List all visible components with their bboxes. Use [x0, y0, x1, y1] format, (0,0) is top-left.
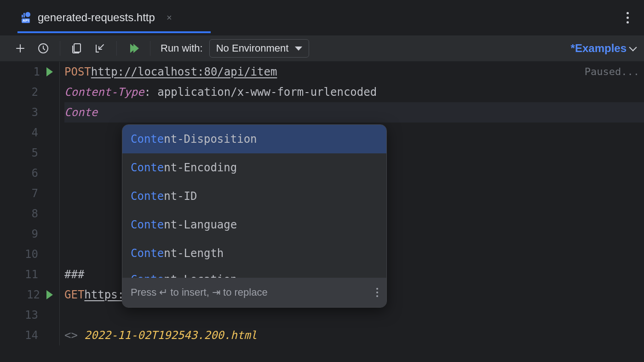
code-line[interactable]: Content-Type: application/x-www-form-url… [64, 82, 644, 102]
completion-hint: Press ↵ to insert, ⇥ to replace [131, 282, 268, 303]
run-line-icon[interactable] [46, 290, 53, 299]
run-all-button[interactable] [125, 40, 142, 57]
completion-item[interactable]: Content-Disposition [122, 125, 386, 153]
completion-popup[interactable]: Content-DispositionContent-EncodingConte… [122, 124, 387, 308]
examples-dropdown[interactable]: *Examples [571, 42, 636, 55]
response-file-link[interactable]: 2022-11-02T192543.200.html [84, 325, 257, 345]
gutter-row: 4 [0, 123, 54, 143]
line-number: 4 [25, 123, 38, 143]
gutter-row: 12 [0, 285, 54, 305]
toolbar-separator [60, 41, 60, 56]
completion-item[interactable]: Content-Location [122, 268, 386, 278]
examples-label: *Examples [571, 42, 627, 55]
code-line[interactable]: POST http://localhost:80/api/item [64, 62, 644, 82]
import-button[interactable] [92, 40, 108, 57]
gutter-row: 2 [0, 82, 54, 102]
line-number: 11 [25, 264, 38, 285]
gutter-row: 1 [0, 62, 54, 82]
open-collection-button[interactable] [69, 40, 85, 57]
gutter-row: 14 [0, 325, 54, 345]
gutter-row: 3 [0, 102, 54, 123]
api-file-icon: API [19, 11, 32, 24]
svg-rect-1 [74, 44, 80, 52]
line-number: 10 [25, 244, 38, 264]
chevron-down-icon [295, 47, 302, 51]
toolbar-separator [116, 41, 117, 56]
line-number: 3 [25, 102, 38, 123]
http-header-value: application/x-www-form-urlencoded [157, 82, 377, 102]
gutter-row: 7 [0, 183, 54, 204]
typed-text: Conte [64, 102, 98, 123]
gutter-row: 6 [0, 163, 54, 183]
run-line-icon[interactable] [46, 67, 53, 76]
gutter: 1234567891011121314 [0, 62, 60, 345]
line-number: 2 [25, 82, 38, 102]
chevron-down-icon [629, 44, 637, 52]
line-number: 14 [25, 325, 38, 345]
gutter-row: 5 [0, 143, 54, 163]
gutter-row: 9 [0, 224, 54, 244]
completion-item[interactable]: Content-Encoding [122, 153, 386, 182]
code-line[interactable]: <> 2022-11-02T192543.200.html [64, 325, 644, 345]
add-request-button[interactable] [12, 40, 29, 57]
gutter-row: 10 [0, 244, 54, 264]
completion-item[interactable]: Content-Language [122, 210, 386, 239]
tab-options-kebab[interactable] [620, 10, 635, 25]
line-number: 13 [25, 305, 38, 325]
line-number: 7 [25, 183, 38, 204]
http-url[interactable]: http://localhost:80/api/item [91, 62, 277, 82]
http-header-key: Content-Type [64, 82, 144, 102]
run-with-label: Run with: [161, 42, 203, 54]
toolbar-separator [150, 41, 150, 56]
gutter-row: 8 [0, 204, 54, 224]
tab-bar: API generated-requests.http × [0, 0, 644, 35]
completion-footer: Press ↵ to insert, ⇥ to replace [122, 278, 386, 307]
line-number: 8 [25, 204, 38, 224]
tab-title: generated-requests.http [38, 11, 155, 24]
close-tab-icon[interactable]: × [165, 13, 173, 22]
history-button[interactable] [35, 40, 52, 57]
code-area[interactable]: Paused... POST http://localhost:80/api/i… [60, 62, 644, 345]
gutter-row: 13 [0, 305, 54, 325]
code-line[interactable] [64, 305, 644, 325]
line-number: 5 [25, 143, 38, 163]
active-tab-underline [17, 31, 211, 33]
environment-select[interactable]: No Environment [209, 39, 310, 58]
line-number: 6 [25, 163, 38, 183]
code-editor[interactable]: 1234567891011121314 Paused... POST http:… [0, 62, 644, 345]
request-separator: ### [64, 264, 84, 285]
completion-options-kebab[interactable] [376, 288, 378, 297]
environment-selected-value: No Environment [216, 42, 289, 54]
completion-item[interactable]: Content-ID [122, 182, 386, 210]
http-client-toolbar: Run with: No Environment *Examples [0, 35, 644, 62]
completion-item[interactable]: Content-Length [122, 239, 386, 268]
editor-tab[interactable]: API generated-requests.http × [13, 2, 180, 33]
line-number: 12 [27, 285, 40, 305]
line-number: 9 [25, 224, 38, 244]
gutter-row: 11 [0, 264, 54, 285]
code-line[interactable]: Conte [64, 102, 644, 123]
line-number: 1 [27, 62, 40, 82]
http-method: GET [64, 285, 84, 305]
http-method: POST [64, 62, 91, 82]
